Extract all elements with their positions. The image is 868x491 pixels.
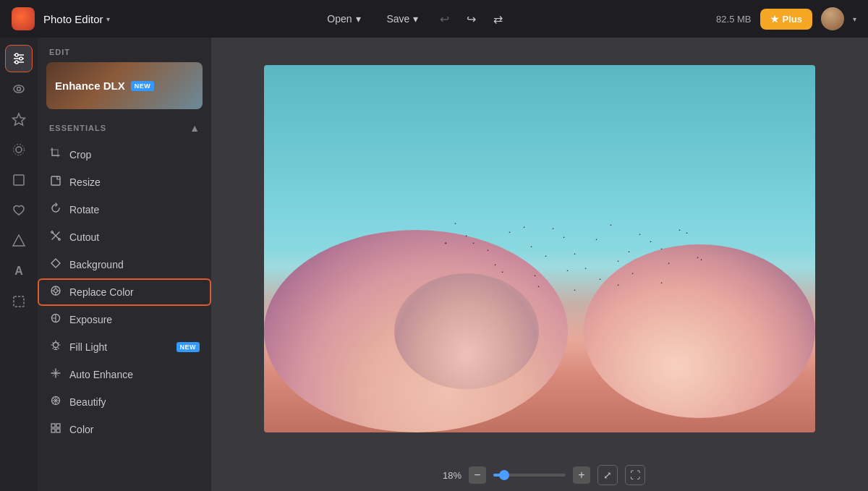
plus-label: Plus [783,14,802,25]
export-icon: ⤢ [603,469,612,481]
sidebar-item-background[interactable]: Background [38,251,211,278]
zoom-slider-thumb [499,470,509,480]
rail-view-button[interactable] [5,75,33,103]
topbar: Photo Editor ▾ Open ▾ Save ▾ ↩ ↪ ⇄ 82.5 … [0,0,868,38]
sidebar-item-rotate[interactable]: Rotate [38,196,211,223]
svg-point-10 [14,145,25,155]
rail-sticker-button[interactable] [5,197,33,224]
app-title-button[interactable]: Photo Editor ▾ [43,13,110,25]
svg-rect-45 [51,424,55,427]
redo-icon: ↪ [467,13,476,25]
sidebar-item-crop[interactable]: Crop [38,141,211,168]
frame-icon [12,173,26,187]
essentials-header: ESSENTIALS ▲ [38,118,211,138]
flip-icon: ⇄ [493,13,503,25]
canvas-bottom: 18% − + ⤢ ⛶ [211,459,868,491]
sidebar-item-replace-color[interactable]: Replace Color [38,278,211,306]
sidebar-item-fill-light[interactable]: Fill Light NEW [38,333,211,361]
avatar[interactable] [821,7,844,30]
birds-layer: ✦ • • • • • • • • • • • • • • • • [430,219,719,306]
undo-button[interactable]: ↩ [434,8,455,30]
crop-icon [49,148,62,162]
sidebar-item-cutout[interactable]: Cutout [38,223,211,251]
svg-line-34 [53,348,54,349]
svg-rect-14 [51,176,60,185]
edit-label: EDIT [38,38,211,62]
rail-effects-button[interactable] [5,136,33,163]
sidebar-item-exposure[interactable]: Exposure [38,306,211,333]
open-chevron: ▾ [356,13,361,25]
enhance-new-badge: NEW [131,81,155,91]
avatar-chevron[interactable]: ▾ [853,15,856,23]
cutout-label: Cutout [69,231,200,243]
save-button[interactable]: Save ▾ [377,9,429,29]
beautify-label: Beautify [69,396,200,408]
open-button[interactable]: Open ▾ [317,9,370,29]
zoom-in-button[interactable]: + [573,466,590,484]
svg-rect-13 [14,296,24,307]
flip-button[interactable]: ⇄ [488,8,509,30]
svg-rect-48 [56,429,60,432]
svg-marker-12 [13,235,25,246]
rail-shape-button[interactable] [5,227,33,255]
crop-label: Crop [69,149,200,161]
zoom-out-button[interactable]: − [469,466,486,484]
svg-point-4 [20,57,22,60]
svg-marker-8 [13,114,25,125]
enhance-bg: Enhance DLX NEW [46,62,203,109]
sidebar-item-resize[interactable]: Resize [38,168,211,196]
fill-light-new-badge: NEW [176,342,200,352]
svg-rect-11 [14,175,24,185]
background-icon [49,257,62,272]
resize-icon [49,175,62,189]
enhance-banner[interactable]: Enhance DLX NEW [46,62,203,109]
svg-rect-47 [51,429,55,432]
fullscreen-button[interactable]: ⛶ [625,465,645,485]
rail-brush-button[interactable] [5,288,33,315]
brush-icon [12,294,26,309]
save-label: Save [387,13,410,25]
fill-light-icon [49,340,62,354]
rail-frame-button[interactable] [5,166,33,194]
rotate-icon [49,202,62,217]
rail-text-button[interactable]: A [5,257,33,285]
auto-enhance-icon [49,367,62,382]
sidebar-item-color[interactable]: Color [38,416,211,443]
svg-line-32 [58,348,59,349]
topbar-center: Open ▾ Save ▾ ↩ ↪ ⇄ [119,8,708,30]
zoom-slider[interactable] [493,474,566,477]
open-label: Open [327,13,352,25]
svg-rect-46 [56,424,60,427]
canvas-area: ✦ • • • • • • • • • • • • • • • • [211,38,868,491]
effects-icon [12,142,26,157]
zoom-minus-icon: − [474,469,480,482]
color-icon [49,422,62,437]
save-chevron: ▾ [413,13,418,25]
app-logo [12,7,35,30]
beautify-icon [49,395,62,409]
zoom-label: 18% [434,470,461,481]
rotate-label: Rotate [69,204,200,215]
sidebar-item-beautify[interactable]: Beautify [38,388,211,416]
rail-adjustments-button[interactable] [5,45,33,72]
svg-line-31 [53,343,54,343]
fill-light-label: Fill Light [69,341,169,353]
essentials-label: ESSENTIALS [49,124,106,132]
sidebar-item-auto-enhance[interactable]: Auto Enhance [38,361,211,388]
rail-favorites-button[interactable] [5,106,33,133]
app-title-text: Photo Editor [43,13,103,25]
auto-enhance-label: Auto Enhance [69,369,200,380]
export-button[interactable]: ⤢ [597,465,618,485]
sidebar-list: Crop Resize Rotate [38,138,211,491]
svg-point-20 [54,289,58,293]
enhance-label: Enhance DLX [55,80,125,92]
svg-point-3 [15,54,18,56]
svg-point-5 [15,61,18,64]
plus-button[interactable]: ★ Plus [760,9,812,30]
adjustments-icon [12,51,26,66]
essentials-collapse-button[interactable]: ▲ [190,122,200,134]
redo-button[interactable]: ↪ [461,8,482,30]
background-label: Background [69,259,200,270]
cutout-icon [49,230,62,244]
shape-icon [12,234,26,248]
